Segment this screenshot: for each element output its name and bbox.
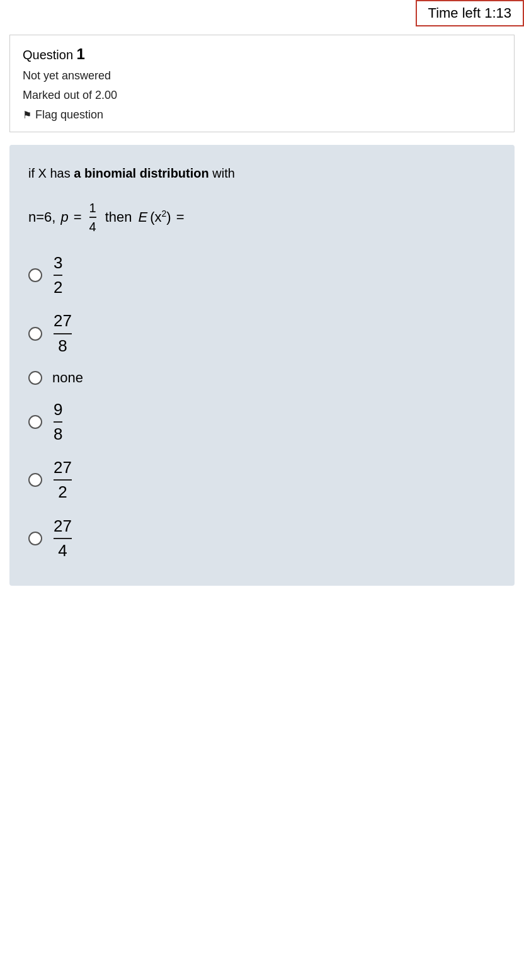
question-text: if X has a binomial distribution with	[28, 164, 496, 183]
question-status: Not yet answered	[23, 69, 501, 83]
radio-opt5[interactable]	[28, 473, 42, 487]
answer-options: 3 2 27 8 none	[28, 253, 496, 561]
e-x2-text: E	[139, 209, 148, 225]
num-27a: 27	[54, 311, 72, 334]
question-prefix: Question	[23, 48, 77, 62]
option-3-label: none	[52, 370, 83, 386]
fraction-27-8: 27 8	[54, 311, 72, 355]
num-3: 3	[54, 253, 62, 276]
option-6[interactable]: 27 4	[28, 516, 496, 561]
den-4: 4	[58, 539, 67, 561]
intro-after-text: with	[209, 166, 235, 180]
option-2[interactable]: 27 8	[28, 311, 496, 355]
n-equals-text: n=6,	[28, 209, 55, 225]
radio-opt6[interactable]	[28, 532, 42, 545]
bold-text: a binomial distribution	[74, 166, 208, 180]
num-27b: 27	[54, 458, 72, 481]
timer-label: Time left 1:13	[428, 5, 511, 21]
intro-text: if X has	[28, 166, 74, 180]
num-27c: 27	[54, 516, 72, 539]
p-numerator: 1	[89, 200, 96, 218]
equals-sign: =	[74, 209, 82, 225]
timer-display: Time left 1:13	[416, 0, 524, 26]
flag-question-button[interactable]: ⚑ Flag question	[23, 108, 501, 122]
then-text: then	[105, 209, 132, 225]
marked-out-label: Marked out of 2.00	[23, 89, 501, 102]
p-denominator: 4	[89, 218, 96, 234]
fraction-27-4: 27 4	[54, 516, 72, 561]
option-6-label: 27 4	[52, 516, 73, 561]
option-1-label: 3 2	[52, 253, 64, 297]
radio-opt3[interactable]	[28, 371, 42, 385]
radio-opt2[interactable]	[28, 327, 42, 341]
p-equals-text: p	[60, 209, 68, 225]
option-4-label: 9 8	[52, 400, 64, 444]
math-expression: n=6, p = 1 4 then E (x2) =	[28, 200, 496, 234]
den-8a: 8	[58, 334, 67, 356]
question-info-box: Question 1 Not yet answered Marked out o…	[9, 35, 515, 132]
fraction-27-2: 27 2	[54, 458, 72, 502]
radio-opt4[interactable]	[28, 415, 42, 429]
option-5-label: 27 2	[52, 458, 73, 502]
question-content-area: if X has a binomial distribution with n=…	[9, 145, 515, 586]
parens-x2: (x2)	[150, 208, 171, 225]
fraction-3-2: 3 2	[54, 253, 62, 297]
none-text: none	[52, 370, 83, 386]
den-2: 2	[54, 276, 62, 297]
final-equals: =	[176, 209, 185, 225]
option-2-label: 27 8	[52, 311, 73, 355]
option-1[interactable]: 3 2	[28, 253, 496, 297]
fraction-9-8: 9 8	[54, 400, 62, 444]
p-fraction: 1 4	[89, 200, 96, 234]
num-9: 9	[54, 400, 62, 423]
option-3[interactable]: none	[28, 370, 496, 386]
den-8b: 8	[54, 423, 62, 444]
question-title: Question 1	[23, 45, 501, 63]
question-number: 1	[77, 45, 85, 62]
option-5[interactable]: 27 2	[28, 458, 496, 502]
flag-label: Flag question	[35, 108, 103, 122]
den-2b: 2	[58, 481, 67, 502]
flag-icon: ⚑	[23, 109, 31, 121]
option-4[interactable]: 9 8	[28, 400, 496, 444]
radio-opt1[interactable]	[28, 268, 42, 282]
